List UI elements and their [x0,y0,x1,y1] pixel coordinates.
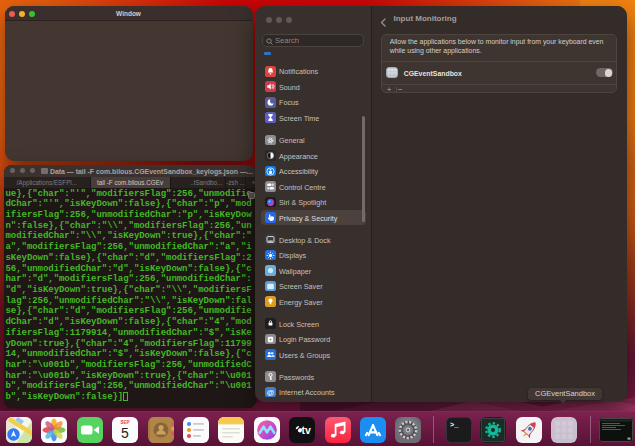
svg-text:5: 5 [121,425,129,441]
svg-text:tv: tv [302,423,311,435]
svg-text:>_: >_ [450,421,459,429]
svg-text:@: @ [267,388,274,397]
